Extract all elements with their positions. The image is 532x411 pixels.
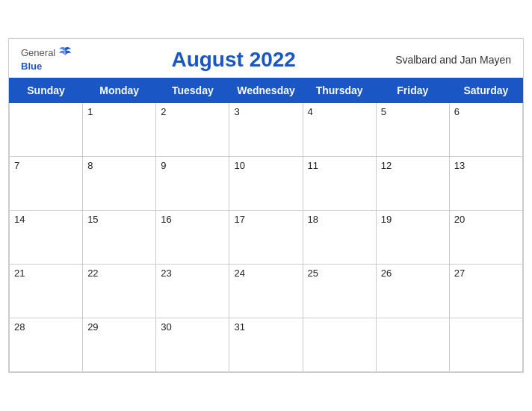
calendar-cell: 11 bbox=[303, 156, 376, 210]
day-number: 7 bbox=[14, 160, 19, 171]
day-number: 19 bbox=[381, 214, 392, 225]
day-number: 6 bbox=[454, 106, 460, 117]
week-row-0: 123456 bbox=[10, 102, 523, 156]
calendar-cell: 22 bbox=[83, 264, 156, 318]
day-number: 10 bbox=[234, 160, 244, 171]
day-number: 8 bbox=[87, 160, 93, 171]
calendar-cell: 4 bbox=[303, 102, 376, 156]
header-friday: Friday bbox=[376, 78, 449, 102]
logo-blue-text: Blue bbox=[21, 61, 42, 72]
calendar-cell bbox=[449, 318, 522, 371]
header-monday: Monday bbox=[83, 78, 156, 102]
calendar-cell: 29 bbox=[83, 318, 156, 371]
calendar-cell: 20 bbox=[449, 210, 522, 264]
day-number: 25 bbox=[308, 268, 318, 279]
day-number: 28 bbox=[14, 321, 25, 333]
calendar-cell: 14 bbox=[10, 210, 83, 264]
calendar-cell: 16 bbox=[156, 210, 229, 264]
day-number: 12 bbox=[381, 160, 392, 171]
day-number: 13 bbox=[454, 160, 465, 171]
header-tuesday: Tuesday bbox=[156, 78, 229, 102]
calendar-cell: 1 bbox=[83, 102, 156, 156]
calendar-cell: 23 bbox=[156, 264, 229, 318]
month-title: August 2022 bbox=[72, 48, 395, 72]
day-number: 4 bbox=[308, 106, 313, 117]
calendar-cell: 3 bbox=[229, 102, 303, 156]
calendar-cell: 26 bbox=[376, 264, 449, 318]
day-number: 2 bbox=[161, 106, 166, 117]
day-number: 17 bbox=[234, 214, 244, 225]
calendar-cell: 27 bbox=[449, 264, 522, 318]
week-row-4: 28293031 bbox=[10, 318, 523, 371]
week-row-3: 21222324252627 bbox=[10, 264, 523, 318]
calendar-cell: 10 bbox=[229, 156, 303, 210]
calendar-cell: 12 bbox=[376, 156, 449, 210]
calendar-header: General Blue August 2022 Svalbard and Ja… bbox=[9, 39, 523, 77]
day-number: 14 bbox=[14, 214, 25, 225]
calendar-cell: 8 bbox=[83, 156, 156, 210]
calendar-cell bbox=[303, 318, 376, 371]
calendar-cell: 13 bbox=[449, 156, 522, 210]
day-number: 27 bbox=[454, 268, 465, 279]
day-number: 5 bbox=[381, 106, 386, 117]
day-number: 24 bbox=[234, 268, 244, 279]
week-row-2: 14151617181920 bbox=[10, 210, 523, 264]
day-number: 9 bbox=[161, 160, 166, 171]
day-number: 23 bbox=[161, 268, 171, 279]
header-thursday: Thursday bbox=[303, 78, 376, 102]
calendar-container: General Blue August 2022 Svalbard and Ja… bbox=[8, 38, 524, 372]
day-number: 31 bbox=[234, 321, 244, 333]
days-header-row: Sunday Monday Tuesday Wednesday Thursday… bbox=[10, 78, 523, 102]
day-number: 11 bbox=[308, 160, 318, 171]
day-number: 15 bbox=[87, 214, 98, 225]
day-number: 22 bbox=[87, 268, 98, 279]
region-text: Svalbard and Jan Mayen bbox=[395, 54, 511, 66]
calendar-cell: 17 bbox=[229, 210, 303, 264]
calendar-cell: 15 bbox=[83, 210, 156, 264]
header-saturday: Saturday bbox=[449, 78, 522, 102]
calendar-cell: 7 bbox=[10, 156, 83, 210]
calendar-cell bbox=[376, 318, 449, 371]
week-row-1: 78910111213 bbox=[10, 156, 523, 210]
day-number: 3 bbox=[234, 106, 239, 117]
day-number: 26 bbox=[381, 268, 392, 279]
calendar-cell: 31 bbox=[229, 318, 303, 371]
calendar-cell bbox=[10, 102, 83, 156]
logo-bird-icon bbox=[58, 46, 72, 58]
day-number: 30 bbox=[161, 321, 171, 333]
day-number: 29 bbox=[87, 321, 98, 333]
calendar-cell: 19 bbox=[376, 210, 449, 264]
calendar-cell: 30 bbox=[156, 318, 229, 371]
calendar-cell: 9 bbox=[156, 156, 229, 210]
logo: General Blue bbox=[21, 46, 72, 72]
calendar-cell: 18 bbox=[303, 210, 376, 264]
calendar-cell: 6 bbox=[449, 102, 522, 156]
header-wednesday: Wednesday bbox=[229, 78, 303, 102]
calendar-cell: 28 bbox=[10, 318, 83, 371]
day-number: 1 bbox=[87, 106, 93, 117]
day-number: 20 bbox=[454, 214, 465, 225]
calendar-cell: 25 bbox=[303, 264, 376, 318]
calendar-cell: 21 bbox=[10, 264, 83, 318]
calendar-cell: 24 bbox=[229, 264, 303, 318]
logo-general-text: General bbox=[21, 47, 55, 59]
day-number: 18 bbox=[308, 214, 318, 225]
calendar-cell: 2 bbox=[156, 102, 229, 156]
calendar-grid: Sunday Monday Tuesday Wednesday Thursday… bbox=[9, 78, 523, 372]
day-number: 21 bbox=[14, 268, 25, 279]
header-sunday: Sunday bbox=[10, 78, 83, 102]
day-number: 16 bbox=[161, 214, 171, 225]
calendar-cell: 5 bbox=[376, 102, 449, 156]
